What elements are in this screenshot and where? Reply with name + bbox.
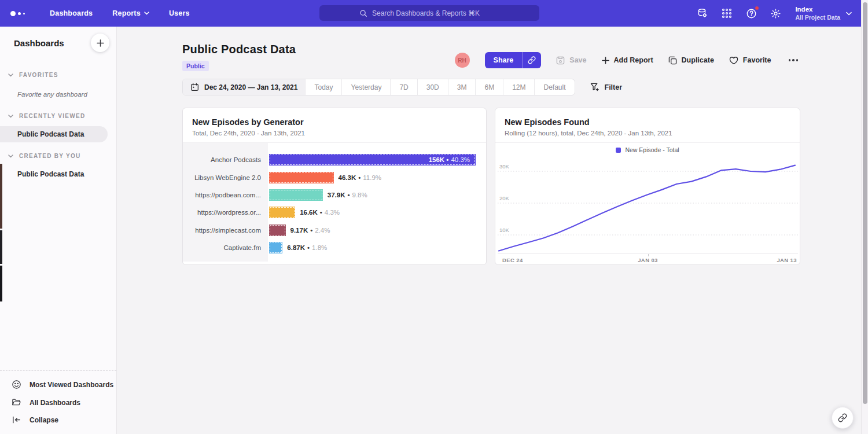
project-subtitle: All Project Data xyxy=(795,14,840,21)
line-chart-subtitle: Rolling (12 hours), total, Dec 24th, 202… xyxy=(505,130,790,137)
favorite-label: Favorite xyxy=(743,56,771,64)
line-series[interactable] xyxy=(499,165,795,251)
duplicate-label: Duplicate xyxy=(682,56,714,64)
period-today[interactable]: Today xyxy=(305,79,341,95)
sidebar-item-recent-dashboard[interactable]: Public Podcast Data xyxy=(0,126,108,142)
bar-category-label: Captivate.fm xyxy=(183,239,261,256)
favorites-empty-text: Favorite any dashboard xyxy=(17,91,116,98)
share-button[interactable]: Share xyxy=(485,52,542,68)
apps-grid-icon[interactable] xyxy=(721,8,733,19)
sidebar-section-recent[interactable]: RECENTLY VIEWED xyxy=(8,113,116,119)
plus-icon xyxy=(602,57,609,64)
floating-link-button[interactable] xyxy=(832,407,854,429)
favorite-button[interactable]: Favorite xyxy=(729,56,771,65)
period-7d[interactable]: 7D xyxy=(390,79,417,95)
bar-segment[interactable] xyxy=(269,242,282,253)
period-3m[interactable]: 3M xyxy=(448,79,476,95)
bar-value-label: 16.6K•4.3% xyxy=(300,209,340,216)
x-label-end: JAN 13 xyxy=(777,257,797,263)
app-root: Dashboards Reports Users xyxy=(0,0,868,434)
share-link-button[interactable] xyxy=(522,52,541,68)
bar-value-label: 9.17K•2.4% xyxy=(290,227,330,234)
controls-row: Dec 24, 2020 — Jan 13, 2021 TodayYesterd… xyxy=(182,79,622,95)
bar-chart-subtitle: Total, Dec 24th, 2020 - Jan 13th, 2021 xyxy=(192,130,477,137)
x-axis: DEC 24 JAN 03 JAN 13 xyxy=(498,253,798,263)
period-yesterday[interactable]: Yesterday xyxy=(341,79,390,95)
nav-users[interactable]: Users xyxy=(169,9,190,17)
smiley-icon xyxy=(12,380,21,389)
period-30d[interactable]: 30D xyxy=(417,79,448,95)
global-search[interactable] xyxy=(319,5,539,21)
all-dashboards-item[interactable]: All Dashboards xyxy=(0,393,116,411)
period-6m[interactable]: 6M xyxy=(475,79,503,95)
app-logo-icon[interactable] xyxy=(10,11,34,16)
bar-category-label: https://wordpress.or... xyxy=(183,204,261,221)
page-scrollbar[interactable] xyxy=(861,0,868,434)
collapse-sidebar-item[interactable]: Collapse xyxy=(0,411,116,428)
background-window-artifact xyxy=(0,230,2,264)
chevron-down-icon xyxy=(8,115,13,118)
avatar[interactable]: RH xyxy=(455,53,470,68)
filter-funnel-icon xyxy=(590,83,599,91)
link-icon xyxy=(838,413,847,422)
most-viewed-dashboards-item[interactable]: Most Viewed Dashboards xyxy=(0,376,116,393)
sidebar-section-favorites[interactable]: FAVORITES xyxy=(8,72,116,78)
legend-swatch xyxy=(616,148,621,153)
bar-category-label: https://podbean.com... xyxy=(183,186,261,204)
new-dashboard-button[interactable] xyxy=(91,34,109,52)
nav-dashboards[interactable]: Dashboards xyxy=(50,9,93,17)
add-report-button[interactable]: Add Report xyxy=(602,56,653,64)
duplicate-button[interactable]: Duplicate xyxy=(668,56,714,65)
date-range-text: Dec 24, 2020 — Jan 13, 2021 xyxy=(204,83,297,91)
x-axis-tick xyxy=(648,254,649,256)
legend-label: New Episode - Total xyxy=(625,146,679,153)
bar-rows: 156K •40.3%46.3K•11.9%37.9K•9.8%16.6K•4.… xyxy=(268,143,486,262)
date-range-picker[interactable]: Dec 24, 2020 — Jan 13, 2021 xyxy=(183,79,305,95)
share-button-label[interactable]: Share xyxy=(485,52,523,68)
bar-segment[interactable] xyxy=(269,225,286,236)
bar-category-label: Libsyn WebEngine 2.0 xyxy=(183,168,261,186)
period-default[interactable]: Default xyxy=(534,79,574,95)
filter-button[interactable]: Filter xyxy=(590,83,623,91)
topbar-right: Index All Project Data xyxy=(697,0,852,27)
bar-value-label: 46.3K•11.9% xyxy=(339,174,381,181)
link-icon xyxy=(528,56,536,64)
favorites-section-label: FAVORITES xyxy=(19,72,58,78)
chart-legend[interactable]: New Episode - Total xyxy=(495,146,800,153)
save-button[interactable]: Save xyxy=(556,56,586,65)
notification-badge xyxy=(755,6,759,10)
visibility-badge: Public xyxy=(182,61,209,71)
duplicate-icon xyxy=(668,56,677,65)
bar-chart-card: New Episodes by Generator Total, Dec 24t… xyxy=(182,108,487,265)
bar-chart-header: New Episodes by Generator Total, Dec 24t… xyxy=(183,108,486,143)
chevron-down-icon xyxy=(8,73,13,77)
x-label-mid: JAN 03 xyxy=(638,257,658,263)
recent-section-label: RECENTLY VIEWED xyxy=(19,113,86,119)
bar-value-label: 156K •40.3% xyxy=(429,154,470,165)
nav-dashboards-label: Dashboards xyxy=(50,9,93,17)
scrollbar-thumb[interactable] xyxy=(863,2,867,404)
project-selector[interactable]: Index All Project Data xyxy=(795,5,852,21)
bar-row: 6.87K•1.8% xyxy=(269,239,486,256)
bar-segment[interactable]: 156K •40.3% xyxy=(269,154,476,165)
header-actions: RH Share Save A xyxy=(455,52,800,68)
line-chart-plot[interactable]: 10K20K30K xyxy=(498,157,798,253)
bar-segment[interactable] xyxy=(269,207,295,218)
nav-reports[interactable]: Reports xyxy=(112,9,149,17)
bar-row: 16.6K•4.3% xyxy=(269,204,486,221)
y-tick-label: 10K xyxy=(499,227,510,233)
more-actions-button[interactable] xyxy=(786,57,801,64)
plus-icon xyxy=(97,39,104,47)
help-icon[interactable] xyxy=(745,8,757,19)
bar-segment[interactable] xyxy=(269,189,323,201)
collapse-label: Collapse xyxy=(30,416,58,424)
y-tick-label: 20K xyxy=(499,195,510,201)
settings-gear-icon[interactable] xyxy=(770,8,781,19)
bar-segment[interactable] xyxy=(269,172,334,183)
chevron-down-icon xyxy=(8,155,13,158)
sidebar-section-created[interactable]: CREATED BY YOU xyxy=(8,153,116,159)
sidebar-item-created-dashboard[interactable]: Public Podcast Data xyxy=(0,166,116,182)
data-sources-icon[interactable] xyxy=(697,8,708,19)
period-12m[interactable]: 12M xyxy=(503,79,534,95)
search-input[interactable] xyxy=(372,9,499,17)
